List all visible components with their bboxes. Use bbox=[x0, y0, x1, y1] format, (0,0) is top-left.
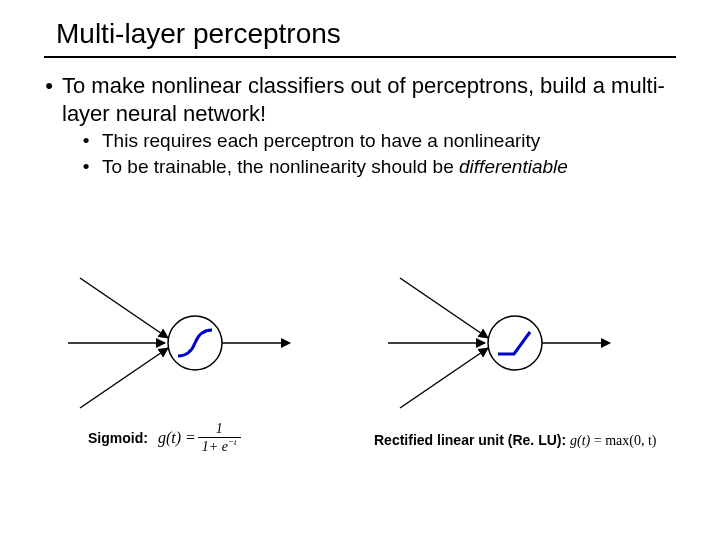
bullet-text: This requires each perceptron to have a … bbox=[102, 129, 540, 153]
bullet-level1: • To make nonlinear classifiers out of p… bbox=[0, 58, 720, 127]
svg-line-2 bbox=[80, 348, 168, 408]
svg-line-8 bbox=[400, 348, 488, 408]
bullet-text: To be trainable, the nonlinearity should… bbox=[102, 155, 568, 179]
relu-caption: Rectified linear unit (Re. LU): g(t) = m… bbox=[374, 432, 656, 449]
slide-title: Multi-layer perceptrons bbox=[0, 0, 720, 56]
bullet-dot: • bbox=[70, 155, 102, 179]
perceptron-diagrams bbox=[0, 258, 720, 438]
bullet-dot: • bbox=[70, 129, 102, 153]
bullet-dot: • bbox=[36, 72, 62, 127]
relu-label: Rectified linear unit (Re. LU): bbox=[374, 432, 566, 448]
relu-formula: g(t) = max(0, t) bbox=[570, 433, 656, 448]
sigmoid-caption: Sigmoid: g(t) = 1 1+ e−t bbox=[88, 422, 241, 454]
bullet-level2-a: • This requires each perceptron to have … bbox=[0, 127, 720, 153]
sigmoid-formula: g(t) = 1 1+ e−t bbox=[158, 422, 241, 454]
sigmoid-label: Sigmoid: bbox=[88, 430, 148, 446]
bullet-text: To make nonlinear classifiers out of per… bbox=[62, 72, 680, 127]
svg-point-9 bbox=[488, 316, 542, 370]
relu-node bbox=[388, 278, 610, 408]
sigmoid-node bbox=[68, 278, 290, 408]
svg-line-6 bbox=[400, 278, 488, 338]
svg-line-0 bbox=[80, 278, 168, 338]
bullet-level2-b: • To be trainable, the nonlinearity shou… bbox=[0, 153, 720, 179]
